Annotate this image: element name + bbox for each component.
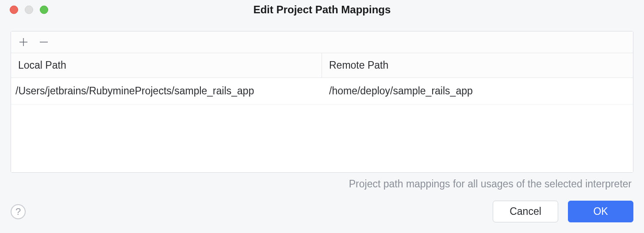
table-header: Local Path Remote Path: [11, 53, 633, 78]
table-body: /Users/jetbrains/RubymineProjects/sample…: [11, 78, 633, 172]
window-title: Edit Project Path Mappings: [0, 4, 644, 16]
column-header-local[interactable]: Local Path: [11, 53, 322, 78]
help-icon: ?: [15, 206, 21, 217]
maximize-window-icon[interactable]: [40, 6, 48, 14]
table-row[interactable]: /Users/jetbrains/RubymineProjects/sample…: [11, 78, 633, 105]
remove-mapping-button[interactable]: [38, 36, 50, 48]
hint-text: Project path mappings for all usages of …: [11, 173, 633, 190]
column-header-remote[interactable]: Remote Path: [322, 53, 633, 78]
path-mappings-panel: Local Path Remote Path /Users/jetbrains/…: [11, 31, 633, 173]
close-window-icon[interactable]: [10, 6, 18, 14]
dialog-window: Edit Project Path Mappings: [0, 0, 644, 233]
dialog-buttons: Cancel OK: [493, 201, 633, 222]
add-mapping-button[interactable]: [17, 36, 30, 48]
titlebar: Edit Project Path Mappings: [0, 0, 644, 19]
plus-icon: [19, 37, 28, 47]
dialog-content: Local Path Remote Path /Users/jetbrains/…: [0, 19, 644, 190]
minimize-window-icon[interactable]: [25, 6, 33, 14]
cell-remote-path[interactable]: /home/deploy/sample_rails_app: [322, 78, 633, 104]
cell-local-path[interactable]: /Users/jetbrains/RubymineProjects/sample…: [11, 78, 322, 104]
minus-icon: [39, 37, 49, 47]
window-controls: [10, 6, 48, 14]
help-button[interactable]: ?: [11, 204, 26, 219]
dialog-footer: ? Cancel OK: [0, 190, 644, 233]
table-toolbar: [11, 31, 633, 53]
ok-button[interactable]: OK: [568, 201, 633, 222]
cancel-button[interactable]: Cancel: [493, 201, 558, 222]
